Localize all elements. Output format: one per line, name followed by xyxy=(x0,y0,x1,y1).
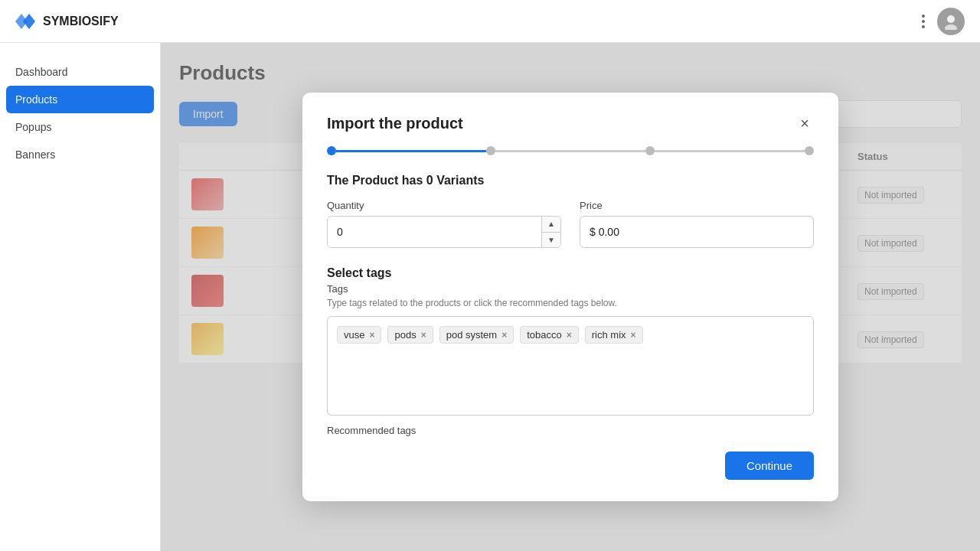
spinner-up[interactable]: ▲ xyxy=(542,217,560,233)
variants-heading: The Product has 0 Variants xyxy=(327,174,814,187)
quantity-label: Quantity xyxy=(327,200,561,211)
fields-row: Quantity ▲ ▼ Price xyxy=(327,200,814,248)
main-content: Products Import Current Stock Status xyxy=(161,43,980,551)
stepper xyxy=(327,146,814,155)
step-dot-3 xyxy=(645,146,655,155)
step-dot-4 xyxy=(805,146,814,155)
modal-footer: Continue xyxy=(327,452,814,480)
logo: SYMBIOSIFY xyxy=(15,14,119,29)
sidebar: Dashboard Products Popups Banners xyxy=(0,43,161,551)
tags-input-area[interactable]: vuse × pods × pod system × xyxy=(327,316,814,416)
step-dot-1 xyxy=(327,146,336,155)
price-field-group: Price $ 0.00 xyxy=(580,200,814,248)
sidebar-item-banners[interactable]: Banners xyxy=(0,141,160,168)
modal-overlay: Import the product × xyxy=(161,43,980,551)
recommended-tags-label: Recommended tags xyxy=(327,425,814,436)
continue-button[interactable]: Continue xyxy=(725,452,814,480)
spinner-down[interactable]: ▼ xyxy=(542,233,560,248)
body-area: Dashboard Products Popups Banners Produc… xyxy=(0,43,980,551)
svg-point-2 xyxy=(947,15,955,23)
sidebar-item-popups[interactable]: Popups xyxy=(0,113,160,141)
avatar[interactable] xyxy=(937,8,965,35)
step-line-1 xyxy=(336,150,486,152)
step-dot-2 xyxy=(486,146,495,155)
import-modal: Import the product × xyxy=(302,93,838,501)
svg-point-3 xyxy=(945,24,957,30)
price-input[interactable]: $ 0.00 xyxy=(580,216,814,248)
sidebar-item-products[interactable]: Products xyxy=(6,86,154,113)
tags-section: Select tags Tags Type tags related to th… xyxy=(327,266,814,436)
tag-chip-rich-mix: rich mix × xyxy=(585,326,643,344)
quantity-field-group: Quantity ▲ ▼ xyxy=(327,200,561,248)
tags-description: Type tags related to the products or cli… xyxy=(327,298,814,308)
tag-chip-tobacco: tobacco × xyxy=(520,326,579,344)
tags-section-heading: Select tags xyxy=(327,266,814,280)
header: SYMBIOSIFY xyxy=(0,0,980,43)
variants-section: The Product has 0 Variants Quantity ▲ ▼ xyxy=(327,174,814,266)
tag-chip-pod-system: pod system × xyxy=(439,326,514,344)
menu-icon[interactable] xyxy=(919,11,928,31)
tag-remove-rich-mix[interactable]: × xyxy=(631,331,636,340)
tag-chip-vuse: vuse × xyxy=(337,326,381,344)
tag-remove-vuse[interactable]: × xyxy=(369,331,374,340)
sidebar-item-dashboard[interactable]: Dashboard xyxy=(0,58,160,86)
tags-label: Tags xyxy=(327,283,814,295)
header-right xyxy=(919,8,965,35)
spinner-buttons: ▲ ▼ xyxy=(541,217,560,247)
tag-remove-tobacco[interactable]: × xyxy=(567,331,572,340)
close-button[interactable]: × xyxy=(795,114,814,132)
tag-remove-pods[interactable]: × xyxy=(421,331,426,340)
logo-icon xyxy=(15,14,37,29)
price-label: Price xyxy=(580,200,814,211)
tag-remove-pod-system[interactable]: × xyxy=(501,331,507,340)
step-line-2 xyxy=(495,150,645,152)
modal-title: Import the product xyxy=(327,115,463,132)
quantity-spinner[interactable]: ▲ ▼ xyxy=(327,216,561,248)
step-line-3 xyxy=(655,150,805,152)
tag-chip-pods: pods × xyxy=(387,326,433,344)
app-layout: SYMBIOSIFY Dashboard Products xyxy=(0,0,980,551)
svg-marker-1 xyxy=(23,14,35,29)
modal-header: Import the product × xyxy=(327,114,814,132)
quantity-input[interactable] xyxy=(328,217,541,247)
app-name: SYMBIOSIFY xyxy=(43,15,119,28)
